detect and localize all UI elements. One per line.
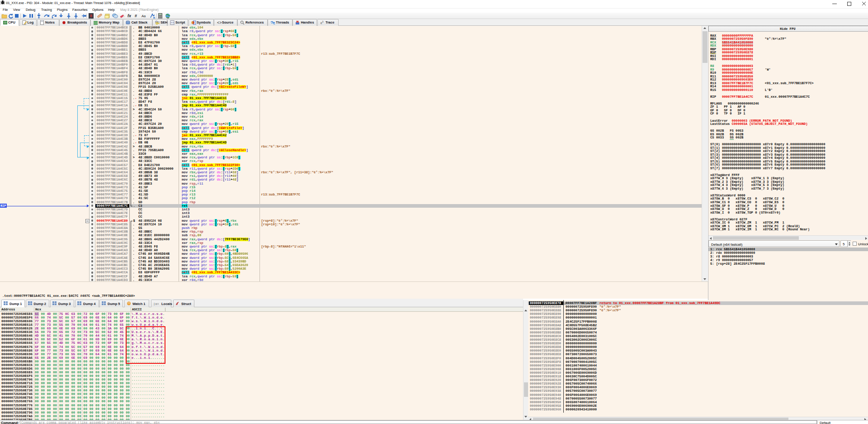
- svg-text:<>: <>: [217, 20, 222, 25]
- svg-text:01: 01: [4, 21, 7, 24]
- svg-text:8: 8: [90, 14, 92, 18]
- svg-text:|x=|: |x=|: [153, 302, 159, 306]
- svg-text:<>: <>: [170, 21, 174, 24]
- svg-text:ε3: ε3: [321, 20, 324, 25]
